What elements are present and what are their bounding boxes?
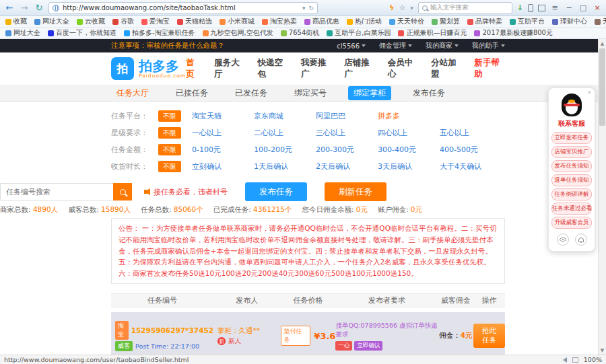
bookmark-item[interactable]: 天猫精选 <box>177 17 212 26</box>
bookmark-item[interactable]: 小米商城 <box>220 17 255 26</box>
bookmark-item[interactable]: 天天特价 <box>389 17 424 26</box>
filter-option[interactable]: 100-200元 <box>254 145 316 155</box>
bookmark-item[interactable]: 理财中心 <box>552 17 587 26</box>
scroll-down-icon[interactable]: ▼ <box>599 346 606 355</box>
refresh-icon[interactable]: ↻ <box>34 3 44 13</box>
apps-grid-icon[interactable] <box>538 5 545 11</box>
qq-panel-link[interactable]: 立即发布任务 <box>551 132 592 144</box>
qq-panel-link[interactable]: 任务未通过必看 <box>551 203 592 215</box>
publish-task-button[interactable]: 发布任务 <box>245 182 307 201</box>
back-icon[interactable]: ← <box>4 3 15 13</box>
filter-option[interactable]: 五心以上 <box>440 128 502 138</box>
qq-panel-link[interactable]: 发布任务须知 <box>551 160 592 172</box>
filter-option[interactable]: 三心以上 <box>316 128 378 138</box>
bookmark-item[interactable]: 2017最新极速赚800元 <box>474 28 553 38</box>
nav-item[interactable]: 分站加盟 <box>431 57 461 80</box>
bookmark-item[interactable]: 网址大全 <box>34 17 69 26</box>
subnav-tab[interactable]: 任务大厅 <box>111 86 154 100</box>
bookmark-item[interactable]: 商品优惠 <box>304 17 339 26</box>
filter-option[interactable]: 200-300元 <box>316 145 378 155</box>
nav-item[interactable]: 会员中心 <box>388 57 418 80</box>
url-text[interactable]: http://www.doumaowang.com/site/taobaoTas… <box>63 4 299 11</box>
subnav-tab[interactable]: 已发任务 <box>230 86 273 100</box>
monitor-icon[interactable] <box>572 357 578 363</box>
favorites-caret-icon[interactable]: ▾ <box>410 5 413 11</box>
nav-item[interactable]: 我要推广 <box>301 57 331 80</box>
view-icon[interactable] <box>557 233 569 246</box>
menu-icon[interactable]: ≡ <box>550 3 560 12</box>
qq-panel-link[interactable]: 退单任务须知 <box>551 174 592 186</box>
nav-item[interactable]: 店铺推广 <box>344 57 374 80</box>
subnav-tab[interactable]: 绑定掌柜 <box>348 86 391 100</box>
nav-item[interactable]: 首页 <box>186 57 201 80</box>
qq-panel-link[interactable]: 店铺宝贝推广 <box>551 146 592 158</box>
task-search-button[interactable] <box>113 183 132 201</box>
speaker-icon[interactable] <box>563 357 567 363</box>
nav-item[interactable]: 服务大厅 <box>214 57 244 80</box>
speed-icon[interactable]: ϟ <box>389 3 394 12</box>
filter-option[interactable]: 2天后确认 <box>316 161 378 172</box>
user-menu-item[interactable]: cl5566 <box>337 41 366 50</box>
address-bar[interactable]: http://www.doumaowang.com/site/taobaoTas… <box>48 2 318 14</box>
user-menu-item[interactable]: 佣金管理 <box>379 41 412 50</box>
unlimited-button[interactable]: 不限 <box>158 144 181 155</box>
filter-option[interactable]: 一心以上 <box>192 128 254 138</box>
download-icon[interactable]: ↓ <box>517 3 523 12</box>
notify-icon[interactable] <box>575 233 587 246</box>
unlimited-button[interactable]: 不限 <box>158 127 181 139</box>
subnav-tab[interactable]: 发布任务 <box>407 86 450 100</box>
url-dropdown-icon[interactable]: ▾ <box>302 5 306 11</box>
bookmark-item[interactable]: 收藏 <box>5 17 27 26</box>
user-menu-item[interactable]: 我的商家 <box>426 41 459 50</box>
url-refresh-icon[interactable]: ↻ <box>308 5 314 11</box>
site-logo[interactable]: 拍 拍多多 Paiduoduo.com <box>111 57 186 80</box>
bookmark-item[interactable]: 互助平台 <box>510 17 545 26</box>
site-notice[interactable]: 注意事项：审核的任务是什么命题？ <box>111 41 224 50</box>
close-icon[interactable]: × <box>593 3 602 12</box>
filter-option[interactable]: 京东商城 <box>254 111 316 121</box>
filter-option[interactable]: 1天后确认 <box>254 161 316 172</box>
minimize-icon[interactable]: − <box>564 3 574 12</box>
filter-option[interactable]: 0-100元 <box>192 145 254 155</box>
nav-item[interactable]: 新手帮助 <box>475 57 505 80</box>
filter-option[interactable]: 二心以上 <box>254 128 316 138</box>
qq-panel-link[interactable]: 升级威客会员 <box>551 217 592 229</box>
bookmark-item[interactable]: 7654街机 <box>281 28 319 38</box>
maximize-icon[interactable]: □ <box>578 3 588 12</box>
phone-icon[interactable] <box>528 4 533 12</box>
user-menu-item[interactable]: 我的助手 <box>472 41 505 50</box>
filter-option[interactable]: 拼多多 <box>378 111 440 121</box>
bookmark-item[interactable]: 云收藏 <box>77 17 105 26</box>
filter-option[interactable]: 300-400元 <box>378 145 440 155</box>
zoom-level[interactable]: 100% <box>584 356 602 363</box>
task-id[interactable]: 15295906297*37452 <box>131 326 213 334</box>
filter-option[interactable]: 400-500元 <box>440 145 502 155</box>
bookmark-item[interactable]: 热门活动 <box>347 17 382 26</box>
qq-penguin-icon[interactable] <box>562 94 582 116</box>
subnav-tab[interactable]: 已接任务 <box>170 86 213 100</box>
bookmark-item[interactable]: 谷歌 <box>112 17 134 26</box>
filter-option[interactable]: 淘宝天猫 <box>192 111 254 121</box>
favorites-star-icon[interactable]: ☆ <box>399 3 405 12</box>
unlimited-button[interactable]: 不限 <box>158 161 181 172</box>
nav-item[interactable]: 快递空包 <box>257 57 288 80</box>
grab-task-button[interactable]: 抢此任务 <box>473 324 505 348</box>
qq-panel-link[interactable]: 任务例讲详解 <box>551 188 592 201</box>
bookmark-item[interactable]: 拍多多-淘宝兼职任务 <box>124 28 195 38</box>
forward-icon[interactable]: → <box>19 3 30 13</box>
page-scrollbar[interactable]: ▲ ▼ <box>598 39 606 355</box>
panel-close-icon[interactable]: × <box>586 89 592 96</box>
bookmark-item[interactable]: 天天基金 <box>595 17 606 26</box>
filter-option[interactable]: 立刻确认 <box>192 161 254 172</box>
task-id-search-input[interactable] <box>0 183 113 201</box>
filter-option[interactable]: 大于4天确认 <box>440 161 502 172</box>
bookmark-item[interactable]: 爱淘宝 <box>141 17 170 26</box>
bookmark-item[interactable]: 聚划算 <box>432 17 460 26</box>
filter-option[interactable]: 阿里巴巴 <box>316 111 378 121</box>
refresh-task-button[interactable]: 刷新任务 <box>325 182 386 201</box>
browser-search-box[interactable]: 输入文字搜索 <box>418 2 512 14</box>
bookmark-item[interactable]: 正规兼职—日赚百元 <box>398 28 467 38</box>
unlimited-button[interactable]: 不限 <box>158 110 181 122</box>
bookmark-item[interactable]: 品牌特卖 <box>467 17 502 26</box>
filter-option[interactable]: 四心以上 <box>378 128 440 138</box>
